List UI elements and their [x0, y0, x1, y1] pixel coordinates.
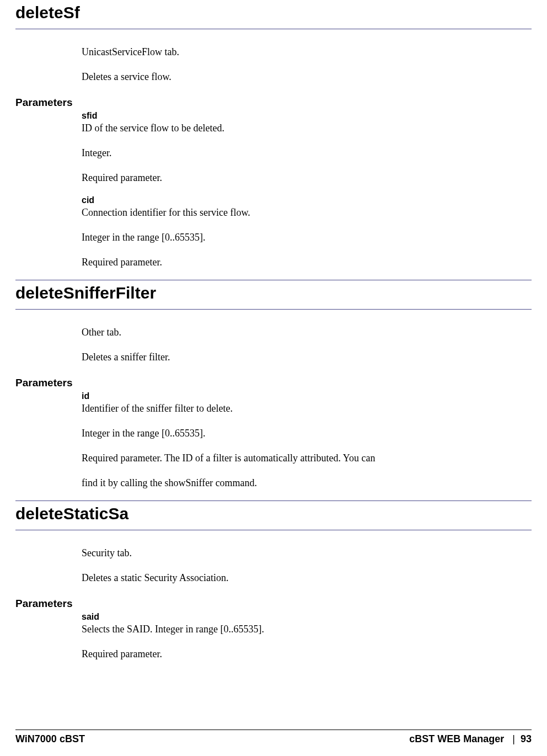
intro-block: Other tab. Deletes a sniffer filter.	[82, 325, 532, 365]
intro-text: Other tab.	[82, 325, 532, 340]
page-number: 93	[521, 733, 532, 744]
param-name: id	[82, 391, 532, 401]
param-desc: Required parameter.	[82, 171, 532, 185]
param-desc: Selects the SAID. Integer in range [0..6…	[82, 622, 532, 637]
section-title: deleteSnifferFilter	[15, 284, 532, 302]
intro-text: Deletes a static Security Association.	[82, 571, 532, 585]
intro-text: UnicastServiceFlow tab.	[82, 45, 532, 60]
param-desc: Integer in the range [0..65535].	[82, 426, 532, 441]
section-header: deleteSnifferFilter	[15, 280, 532, 310]
param-desc: Required parameter.	[82, 647, 532, 662]
section-header: deleteSf	[15, 0, 532, 29]
param-block: id Identifier of the sniffer filter to d…	[82, 391, 532, 491]
page-footer: WiN7000 cBST cBST WEB Manager | 93	[15, 730, 532, 745]
param-desc: find it by calling the showSniffer comma…	[82, 476, 532, 491]
parameters-heading: Parameters	[15, 377, 532, 389]
intro-text: Security tab.	[82, 546, 532, 561]
footer-left: WiN7000 cBST	[15, 733, 85, 745]
param-desc: Required parameter. The ID of a filter i…	[82, 451, 532, 466]
param-desc: Connection identifier for this service f…	[82, 205, 532, 220]
param-desc: Identifier of the sniffer filter to dele…	[82, 401, 532, 416]
section-title: deleteSf	[15, 3, 532, 22]
param-name: sfid	[82, 111, 532, 121]
footer-separator: |	[512, 733, 515, 744]
param-block: sfid ID of the service flow to be delete…	[82, 111, 532, 270]
section-header: deleteStaticSa	[15, 501, 532, 530]
param-desc: Required parameter.	[82, 255, 532, 270]
param-desc: ID of the service flow to be deleted.	[82, 121, 532, 136]
param-desc: Integer in the range [0..65535].	[82, 230, 532, 245]
param-name: said	[82, 612, 532, 622]
intro-block: UnicastServiceFlow tab. Deletes a servic…	[82, 45, 532, 84]
intro-block: Security tab. Deletes a static Security …	[82, 546, 532, 585]
footer-section-label: cBST WEB Manager	[409, 733, 504, 744]
param-name: cid	[82, 195, 532, 205]
parameters-heading: Parameters	[15, 598, 532, 610]
footer-right: cBST WEB Manager | 93	[409, 733, 532, 745]
intro-text: Deletes a sniffer filter.	[82, 350, 532, 365]
param-desc: Integer.	[82, 146, 532, 161]
section-title: deleteStaticSa	[15, 504, 532, 523]
intro-text: Deletes a service flow.	[82, 70, 532, 84]
param-block: said Selects the SAID. Integer in range …	[82, 612, 532, 662]
parameters-heading: Parameters	[15, 97, 532, 109]
